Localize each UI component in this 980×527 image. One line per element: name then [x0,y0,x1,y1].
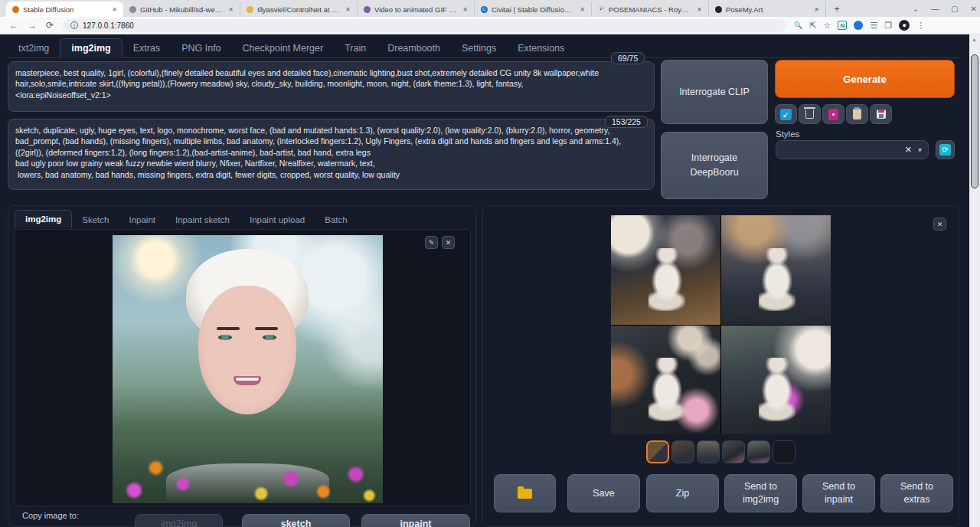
kebab-menu-icon[interactable]: ⋮ [916,21,925,31]
site-info-icon[interactable]: i [70,21,78,29]
edit-image-button[interactable]: ✎ [425,236,438,249]
styles-dropdown[interactable]: ✕ ▾ [776,140,929,159]
chevron-down-icon[interactable]: ▾ [918,146,922,154]
tab-close-icon[interactable]: ✕ [344,6,352,13]
extra-networks-button[interactable]: • [822,104,844,124]
browser-tab-controlnet[interactable]: Illyasviel/ControlNet at main ✕ [240,2,358,17]
thumbnail-4[interactable] [722,440,745,463]
refresh-styles-button[interactable]: ⟳ [936,140,955,159]
address-bar[interactable]: i 127.0.0.1:7860 [63,19,786,32]
clear-styles-icon[interactable]: ✕ [905,145,912,155]
copy-to-inpaint-button[interactable]: inpaint [361,514,470,527]
tab-close-icon[interactable]: ✕ [812,6,821,13]
browser-tab-posemaniacs[interactable]: P POSEMANIACS - Royalty free 3 ✕ [592,2,709,17]
share-icon[interactable]: ⇱ [809,21,816,31]
scrollbar-up-arrow[interactable]: ▲ [972,37,977,42]
favicon-posemaniacs: P [598,6,605,13]
tab-settings[interactable]: Settings [451,39,507,57]
blue-extension-icon[interactable] [854,21,863,30]
subtab-inpaint-sketch[interactable]: Inpaint sketch [165,211,240,228]
tab-img2img[interactable]: img2img [60,38,122,58]
img2img-source-panel: img2img Sketch Inpaint Inpaint sketch In… [8,205,476,527]
gallery-grid-image-1 [611,215,720,325]
maximize-icon[interactable]: ▢ [951,5,958,13]
gallery-grid-image-4 [721,326,831,435]
tab-search-icon[interactable]: ⌄ [913,5,919,13]
tab-png-info[interactable]: PNG Info [171,39,231,57]
open-folder-button[interactable] [494,474,556,512]
subtab-img2img[interactable]: img2img [15,210,72,228]
list-icon[interactable]: ☰ [870,21,877,31]
thumbnail-2[interactable] [671,440,694,463]
browser-tab-posemyart[interactable]: PoseMy.Art ✕ [709,2,826,17]
save-style-button[interactable] [870,104,892,124]
tab-title: Illyasviel/ControlNet at main [257,5,340,14]
prompt-input[interactable]: masterpiece, best quality, 1girl, (color… [8,61,655,112]
copy-to-img2img-button[interactable]: img2img [135,514,223,527]
thumbnail-1[interactable] [646,440,669,463]
tab-close-icon[interactable]: ✕ [110,6,119,13]
interrogate-deepbooru-button[interactable]: Interrogate DeepBooru [661,132,768,199]
bookmark-star-icon[interactable]: ☆ [824,21,831,31]
side-panel-icon[interactable]: ❐ [884,21,892,31]
zoom-icon[interactable]: 🔍 [794,21,802,29]
tab-close-icon[interactable]: ✕ [227,6,235,13]
thumbnail-5[interactable] [747,440,770,463]
send-to-extras-button[interactable]: Send to extras [880,474,953,512]
gallery-selected-image[interactable] [611,215,831,434]
browser-tab-stable-diffusion[interactable]: Stable Diffusion ✕ [6,2,123,17]
copy-to-sketch-button[interactable]: sketch [242,514,350,527]
tab-close-icon[interactable]: ✕ [695,6,704,13]
tab-extensions[interactable]: Extensions [507,39,575,57]
new-tab-button[interactable]: + [831,3,843,15]
source-image-zone[interactable]: ✎ ✕ [15,229,471,506]
page-scrollbar[interactable]: ▲ [969,34,980,527]
apply-styles-button[interactable] [846,104,868,124]
styles-label: Styles [776,129,799,139]
thumbnail-3[interactable] [697,440,720,463]
scrollbar-thumb[interactable] [971,54,978,188]
minimize-icon[interactable]: — [931,5,939,13]
subtab-batch[interactable]: Batch [315,211,357,228]
tab-dreambooth[interactable]: Dreambooth [377,39,451,57]
negative-prompt-input[interactable]: sketch, duplicate, ugly, huge eyes, text… [8,119,655,190]
clipboard-icon [853,109,861,119]
tab-extras[interactable]: Extras [122,39,171,57]
browser-tab-github[interactable]: GitHub - Mikubill/sd-webui-con ✕ [123,2,240,17]
generate-button[interactable]: Generate [775,60,955,98]
tab-txt2img[interactable]: txt2img [8,39,60,57]
forward-icon[interactable]: → [28,20,37,31]
gallery-grid-image-2 [721,215,831,325]
profile-avatar[interactable]: ● [899,20,910,31]
tab-checkpoint-merger[interactable]: Checkpoint Merger [232,39,335,57]
notion-extension-icon[interactable]: N [838,21,847,30]
prompt-token-counter: 69/75 [611,52,645,64]
browser-tab-civitai[interactable]: C Civitai | Stable Diffusion model ✕ [475,2,592,17]
close-icon[interactable]: ✕ [971,5,977,13]
reload-icon[interactable]: ⟳ [46,20,54,31]
send-to-img2img-button[interactable]: Send to img2img [724,474,797,512]
back-icon[interactable]: ← [9,20,18,31]
interrogate-clip-button[interactable]: Interrogate CLIP [661,60,768,124]
url-text[interactable]: 127.0.0.1:7860 [83,21,134,30]
tab-train[interactable]: Train [334,39,377,57]
zip-button[interactable]: Zip [646,474,719,512]
portrait-mouth [234,376,261,385]
clear-prompt-button[interactable] [799,104,821,124]
paste-parameters-button[interactable]: ↙ [775,104,797,124]
close-icon: ✕ [446,239,452,247]
thumbnail-6[interactable] [773,440,795,463]
send-to-inpaint-button[interactable]: Send to inpaint [802,474,875,512]
close-gallery-button[interactable]: ✕ [933,218,946,231]
output-gallery-panel: ✕ Save Zip Send to img2img Send to inpai… [482,205,959,527]
save-button[interactable]: Save [567,474,640,512]
subtab-inpaint-upload[interactable]: Inpaint upload [240,211,315,228]
browser-tab-gif-converter[interactable]: Video to animated GIF converter ✕ [358,2,475,17]
figure [648,358,686,421]
tab-close-icon[interactable]: ✕ [578,6,586,13]
subtab-sketch[interactable]: Sketch [72,211,119,228]
remove-image-button[interactable]: ✕ [442,236,455,249]
portrait-brow [217,327,240,330]
tab-close-icon[interactable]: ✕ [461,6,469,13]
subtab-inpaint[interactable]: Inpaint [119,211,165,228]
